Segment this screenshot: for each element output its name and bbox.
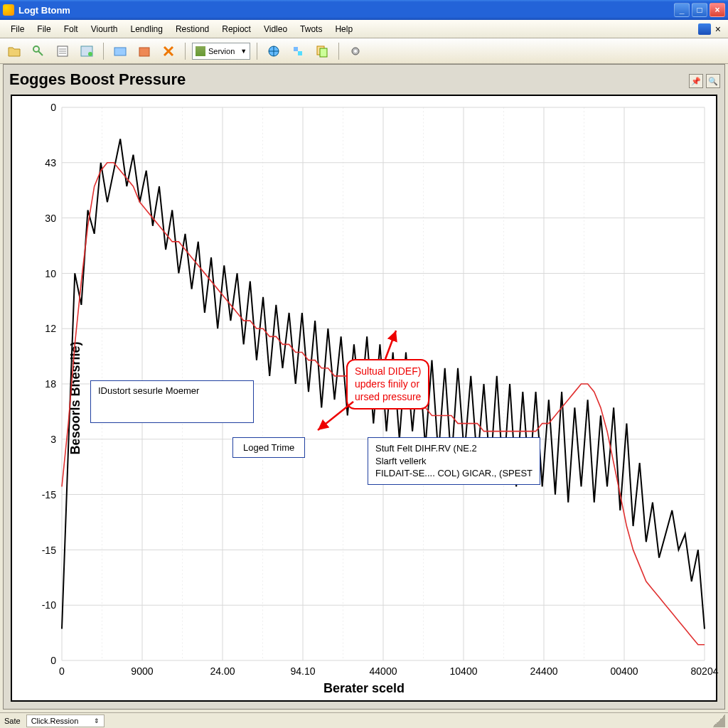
menu-lendling[interactable]: Lendling [124,22,169,36]
svg-point-12 [354,50,357,53]
svg-text:24.00: 24.00 [210,665,235,677]
menu-file-2[interactable]: File [31,22,57,36]
puzzle-icon[interactable] [288,41,308,61]
resize-grip-icon[interactable] [712,714,725,727]
svg-rect-7 [294,47,298,51]
menu-vidleo[interactable]: Vidleo [257,22,294,36]
mdi-close-icon[interactable]: × [712,23,724,35]
form-icon[interactable] [53,41,73,61]
combo-icon [196,46,205,56]
menu-twots[interactable]: Twots [294,22,328,36]
plot-frame: Besoorls Bhesriie) Berater sceld 0900024… [11,95,717,702]
svg-point-3 [88,52,92,56]
svg-text:10: 10 [45,267,56,279]
mdi-restore-icon[interactable] [698,23,711,35]
svg-text:24400: 24400 [530,665,557,677]
svg-text:9000: 9000 [131,665,153,677]
svg-rect-8 [298,51,302,55]
sheet-icon[interactable] [77,41,97,61]
svg-text:30: 30 [45,213,56,224]
svg-text:12: 12 [45,323,56,334]
app-icon [3,4,14,16]
close-button[interactable]: × [710,3,725,17]
annotation-box-3[interactable]: Stuft Felt DIHF.RV (NE.2 Slarft vellerk … [368,437,540,485]
svg-text:-10: -10 [42,599,56,611]
menu-restiond[interactable]: Restiond [169,22,215,36]
status-field[interactable]: Click.Ression ⇕ [26,714,105,727]
key-icon[interactable] [28,41,48,61]
globe-icon[interactable] [264,41,284,61]
svg-text:0: 0 [50,102,56,113]
svg-text:10400: 10400 [449,665,477,677]
menu-help[interactable]: Help [328,22,359,36]
svg-text:94.10: 94.10 [290,665,315,677]
svg-text:18: 18 [45,378,56,390]
copy-icon[interactable] [312,41,332,61]
svg-text:80204: 80204 [690,665,718,677]
status-bar: Sate Click.Ression ⇕ [0,712,728,728]
svg-text:-15: -15 [42,544,56,555]
folder-blue-icon[interactable] [110,41,130,61]
svg-text:0: 0 [50,655,56,666]
svg-text:00400: 00400 [610,665,638,677]
service-combo[interactable]: Servion ▼ [192,43,250,60]
title-bar: Logt Btonm _ □ × [0,0,728,20]
svg-text:-15: -15 [42,489,56,500]
pin-icon[interactable]: 📌 [689,74,703,88]
svg-text:3: 3 [50,434,56,445]
open-icon[interactable] [4,41,24,61]
combo-label: Servion [208,47,235,55]
annotation-box-1[interactable]: IDustort sesurle Moemer [90,380,254,423]
annotation-callout[interactable]: Sultual DIDEF) upders finily or ursed pr… [346,359,429,410]
gear-icon[interactable] [346,41,365,61]
box-orange-icon[interactable] [134,41,154,61]
menu-file[interactable]: File [4,22,31,36]
svg-text:44000: 44000 [369,665,397,677]
svg-text:0: 0 [59,665,65,677]
svg-rect-10 [320,48,327,57]
xmark-icon[interactable] [159,41,178,61]
maximize-button[interactable]: □ [692,3,707,17]
svg-point-0 [33,46,39,52]
annotation-box-2[interactable]: Loged Trime [232,437,305,458]
chart-panel: Eogges Boost Pressure 📌 🔍 Besoorls Bhesr… [3,64,725,710]
chevron-down-icon: ▼ [240,48,247,55]
status-left: Sate [0,717,25,725]
chart-title: Eogges Boost Pressure [8,69,689,93]
menu-folt[interactable]: Folt [58,22,85,36]
menu-bar: File File Folt Viourth Lendling Restiond… [0,20,728,38]
svg-rect-4 [114,48,126,55]
svg-rect-5 [139,48,149,56]
toolbar: Servion ▼ [0,38,728,64]
window-title: Logt Btonm [18,5,674,16]
x-axis-label: Berater sceld [12,681,716,696]
minimize-button[interactable]: _ [674,3,690,17]
window-buttons: _ □ × [674,3,725,17]
search-icon[interactable]: 🔍 [706,74,720,88]
menu-repioct[interactable]: Repioct [215,22,257,36]
svg-text:43: 43 [45,157,56,168]
menu-viourth[interactable]: Viourth [85,22,124,36]
